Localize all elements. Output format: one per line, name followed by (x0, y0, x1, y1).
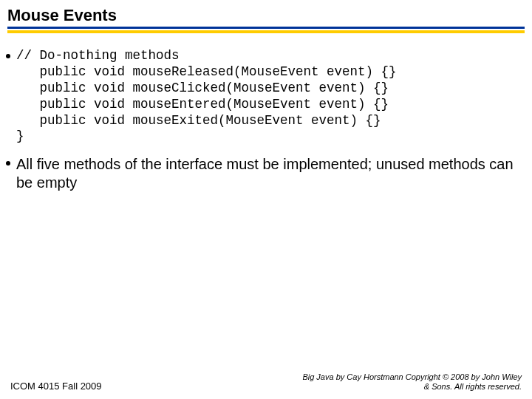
footer-left: ICOM 4015 Fall 2009 (10, 381, 102, 392)
bullet-dot-icon (6, 54, 10, 58)
bullet-dot-icon (6, 161, 10, 166)
footer-right: Big Java by Cay Horstmann Copyright © 20… (300, 372, 522, 392)
body-text: All five methods of the interface must b… (16, 155, 526, 192)
content-area: // Do-nothing methods public void mouseR… (0, 36, 532, 192)
title-underline (7, 27, 525, 33)
title-region: Mouse Events (0, 0, 532, 36)
code-block: // Do-nothing methods public void mouseR… (16, 48, 397, 145)
rule-yellow (7, 30, 525, 33)
bullet-item-text: All five methods of the interface must b… (6, 155, 526, 192)
footer: ICOM 4015 Fall 2009 Big Java by Cay Hors… (0, 372, 532, 392)
bullet-item-code: // Do-nothing methods public void mouseR… (6, 48, 526, 145)
slide-title: Mouse Events (7, 6, 525, 25)
